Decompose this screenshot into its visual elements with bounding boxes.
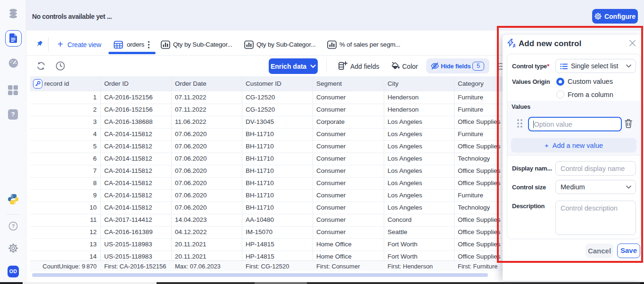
svg-text:?: ? xyxy=(12,223,15,229)
